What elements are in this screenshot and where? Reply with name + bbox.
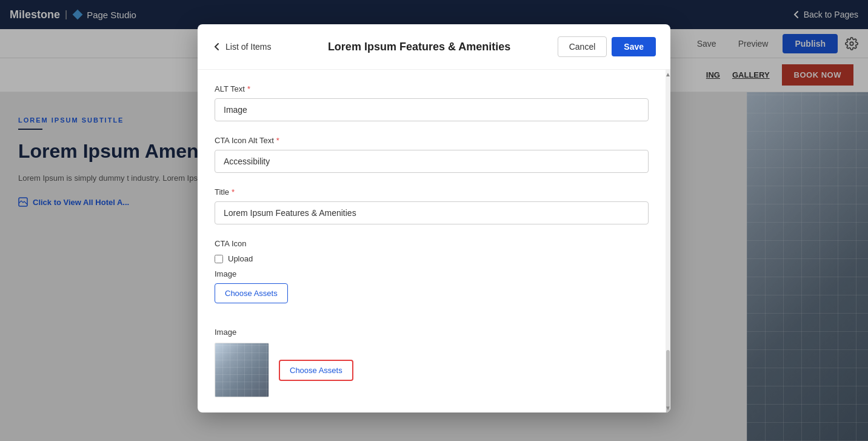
title-required: *	[232, 187, 235, 197]
modal-cancel-button[interactable]: Cancel	[558, 36, 607, 57]
alt-text-input[interactable]	[215, 98, 649, 121]
edit-modal: List of Items Lorem Ipsum Features & Ame…	[198, 24, 670, 412]
upload-checkbox-row: Upload	[215, 254, 649, 263]
modal-body-wrapper: ALT Text * CTA Icon Alt Text *	[198, 70, 670, 412]
upload-label: Upload	[228, 254, 253, 263]
image-group: Image Choose Assets	[215, 328, 649, 397]
back-arrow-icon	[212, 42, 222, 52]
title-input[interactable]	[215, 201, 649, 224]
scrollbar-thumb[interactable]	[666, 350, 670, 412]
cta-icon-alt-text-label: CTA Icon Alt Text *	[215, 136, 649, 145]
upload-checkbox[interactable]	[215, 255, 223, 263]
scrollbar-arrow-up[interactable]: ▲	[665, 71, 670, 78]
image-thumbnail	[215, 343, 269, 397]
cta-alt-required: *	[276, 136, 279, 145]
alt-text-required: *	[247, 84, 250, 93]
scrollbar-arrow-down[interactable]: ▼	[665, 405, 670, 411]
alt-text-label: ALT Text *	[215, 84, 649, 93]
modal-header: List of Items Lorem Ipsum Features & Ame…	[198, 24, 670, 70]
title-group: Title *	[215, 187, 649, 224]
cta-icon-image-label: Image	[215, 269, 649, 278]
title-label: Title *	[215, 187, 649, 197]
image-row: Choose Assets	[215, 343, 649, 397]
modal-overlay: List of Items Lorem Ipsum Features & Ame…	[0, 0, 868, 441]
modal-save-button[interactable]: Save	[612, 37, 656, 56]
cta-choose-assets-button[interactable]: Choose Assets	[215, 283, 288, 303]
cta-icon-alt-text-input[interactable]	[215, 150, 649, 173]
modal-back-button[interactable]: List of Items	[212, 42, 271, 52]
alt-text-group: ALT Text *	[215, 84, 649, 121]
cta-icon-group: CTA Icon Upload Image Choose Assets	[215, 239, 649, 303]
spacer	[215, 318, 649, 328]
cta-icon-alt-text-group: CTA Icon Alt Text *	[215, 136, 649, 173]
modal-body: ALT Text * CTA Icon Alt Text *	[198, 70, 666, 412]
image-thumb-grid	[215, 343, 269, 397]
image-choose-assets-button[interactable]: Choose Assets	[279, 360, 353, 381]
modal-title: Lorem Ipsum Features & Amenities	[281, 41, 557, 53]
image-label: Image	[215, 328, 649, 337]
modal-scrollbar[interactable]: ▲ ▼	[666, 70, 670, 412]
cta-icon-label: CTA Icon	[215, 239, 649, 248]
